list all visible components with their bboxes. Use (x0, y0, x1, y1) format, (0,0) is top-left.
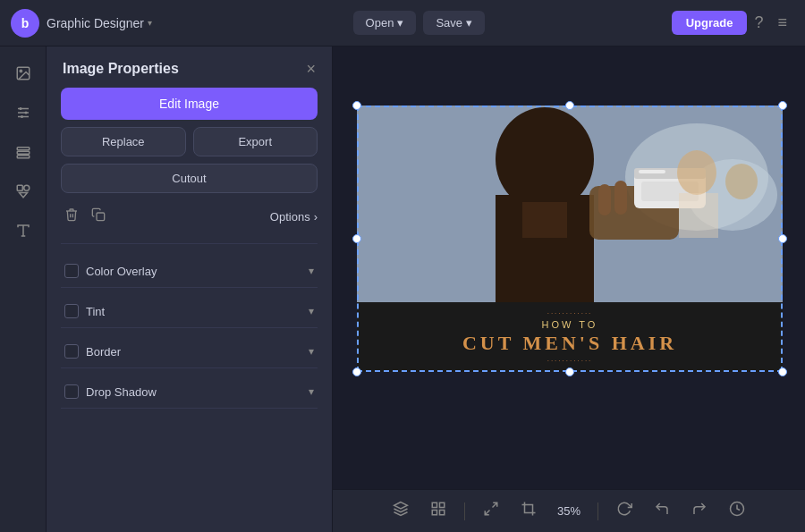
handle-bottom-right[interactable] (778, 367, 787, 376)
svg-marker-33 (394, 502, 408, 510)
handle-middle-right[interactable] (778, 234, 787, 243)
redo-button[interactable] (684, 495, 715, 527)
help-button[interactable]: ? (747, 10, 770, 36)
drop-shadow-checkbox[interactable] (64, 384, 79, 399)
history-button[interactable] (722, 495, 752, 527)
icon-sidebar (0, 46, 47, 532)
how-to-text: HOW TO (542, 319, 598, 330)
border-chevron: ▾ (309, 345, 314, 358)
svg-line-39 (485, 511, 489, 515)
separator-1 (464, 502, 465, 520)
accordion-color-overlay[interactable]: Color Overlay ▾ (61, 255, 318, 288)
design-canvas: ············ HOW TO CUT MEN'S HAIR ·····… (350, 80, 788, 456)
upgrade-button[interactable]: Upgrade (672, 11, 748, 35)
handle-bottom-left[interactable] (352, 367, 361, 376)
svg-rect-27 (598, 184, 611, 215)
color-overlay-label: Color Overlay (86, 265, 301, 278)
grid-bottom-button[interactable] (423, 495, 453, 527)
app-logo: b (11, 9, 39, 38)
duplicate-icon-button[interactable] (88, 204, 109, 229)
tint-checkbox[interactable] (64, 304, 79, 318)
undo-button[interactable] (647, 495, 677, 527)
canvas-wrapper: ············ HOW TO CUT MEN'S HAIR ·····… (333, 46, 805, 489)
svg-line-38 (493, 502, 497, 507)
save-button[interactable]: Save ▾ (423, 11, 485, 35)
cutout-button[interactable]: Cutout (61, 164, 318, 193)
svg-point-7 (21, 115, 23, 118)
svg-rect-22 (522, 202, 567, 238)
svg-rect-40 (525, 505, 533, 513)
main-layout: Image Properties × Edit Image Replace Ex… (0, 46, 805, 532)
svg-marker-13 (19, 193, 27, 198)
svg-rect-16 (97, 213, 105, 221)
svg-point-31 (725, 164, 758, 199)
menu-button[interactable]: ≡ (770, 10, 794, 36)
svg-point-5 (19, 107, 21, 110)
svg-rect-32 (639, 170, 665, 173)
svg-rect-11 (17, 185, 22, 190)
edit-image-button[interactable]: Edit Image (61, 88, 318, 120)
handle-top-left[interactable] (352, 101, 361, 110)
image-properties-panel: Image Properties × Edit Image Replace Ex… (47, 46, 333, 532)
drop-shadow-label: Drop Shadow (86, 385, 301, 399)
handle-top-center[interactable] (565, 101, 574, 110)
trash-icon-button[interactable] (61, 204, 82, 229)
drop-shadow-chevron: ▾ (309, 385, 314, 398)
color-overlay-chevron: ▾ (309, 265, 314, 277)
header-center: Open ▾ Save ▾ (166, 11, 672, 35)
fit-button[interactable] (476, 495, 506, 527)
svg-rect-36 (432, 511, 436, 515)
svg-point-1 (20, 70, 21, 72)
app-header: b Graphic Designer ▾ Open ▾ Save ▾ Upgra… (0, 0, 805, 46)
layers-bottom-button[interactable] (386, 495, 416, 527)
sidebar-item-text[interactable] (7, 215, 39, 247)
accordion-tint[interactable]: Tint ▾ (61, 295, 318, 328)
options-button[interactable]: Options › (270, 210, 318, 224)
divider (61, 243, 318, 244)
tint-chevron: ▾ (309, 305, 314, 317)
svg-rect-37 (440, 511, 445, 515)
svg-rect-35 (440, 502, 445, 507)
handle-top-right[interactable] (778, 101, 787, 110)
handle-middle-left[interactable] (352, 234, 361, 243)
svg-rect-30 (679, 193, 718, 238)
svg-rect-9 (17, 151, 30, 154)
svg-rect-8 (17, 148, 30, 150)
svg-rect-34 (432, 502, 436, 507)
open-button[interactable]: Open ▾ (353, 11, 417, 35)
color-overlay-checkbox[interactable] (64, 264, 79, 278)
crop-button[interactable] (513, 495, 544, 527)
panel-close-button[interactable]: × (306, 61, 316, 77)
sidebar-item-image[interactable] (7, 57, 39, 89)
panel-header: Image Properties × (47, 46, 332, 88)
bottom-toolbar: 35% (333, 489, 805, 532)
sidebar-item-layers[interactable] (7, 136, 39, 168)
replace-button[interactable]: Replace (61, 127, 186, 156)
sidebar-item-shapes[interactable] (7, 175, 39, 207)
tools-row: Options › (61, 200, 318, 232)
open-chevron: ▾ (397, 16, 403, 30)
handle-bottom-center[interactable] (565, 367, 574, 376)
sidebar-item-adjust[interactable] (7, 97, 39, 129)
accordion-border[interactable]: Border ▾ (61, 335, 318, 368)
deco-bottom: ············ (547, 357, 593, 365)
app-name-button[interactable]: Graphic Designer ▾ (47, 16, 152, 30)
zoom-display: 35% (551, 504, 587, 518)
separator-2 (597, 502, 598, 520)
canvas-image[interactable] (357, 106, 783, 302)
canvas-area: ············ HOW TO CUT MEN'S HAIR ·····… (333, 46, 805, 532)
save-chevron: ▾ (466, 16, 472, 30)
border-checkbox[interactable] (64, 344, 79, 359)
panel-title: Image Properties (63, 61, 179, 77)
rotate-button[interactable] (609, 495, 640, 527)
main-heading: CUT MEN'S HAIR (462, 332, 677, 355)
replace-export-row: Replace Export (61, 127, 318, 156)
panel-content: Edit Image Replace Export Cutout (47, 88, 332, 423)
export-button[interactable]: Export (193, 127, 318, 156)
options-chevron: › (314, 210, 318, 224)
app-name-chevron: ▾ (148, 18, 152, 28)
svg-rect-10 (17, 156, 30, 158)
accordion-drop-shadow[interactable]: Drop Shadow ▾ (61, 376, 318, 409)
svg-point-29 (677, 150, 716, 195)
svg-point-12 (23, 185, 29, 190)
